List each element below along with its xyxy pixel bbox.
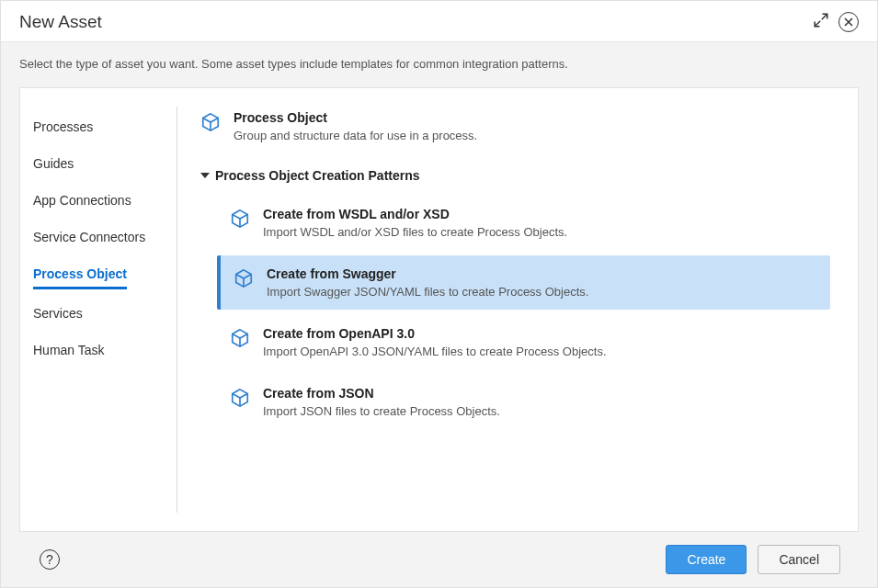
cube-icon bbox=[230, 328, 250, 358]
main-panel: Process Object Group and structure data … bbox=[177, 88, 858, 531]
sidebar: Processes Guides App Connections Service… bbox=[20, 88, 177, 531]
dialog-header: New Asset bbox=[1, 1, 877, 42]
pattern-desc: Import OpenAPI 3.0 JSON/YAML files to cr… bbox=[263, 345, 607, 358]
new-asset-dialog: New Asset Select the type of asset you w… bbox=[0, 0, 878, 588]
close-icon[interactable] bbox=[838, 12, 859, 32]
dialog-footer: ? Create Cancel bbox=[19, 532, 859, 587]
dialog-subheader: Select the type of asset you want. Some … bbox=[1, 42, 877, 87]
cancel-button[interactable]: Cancel bbox=[758, 545, 840, 574]
pattern-text: Create from OpenAPI 3.0 Import OpenAPI 3… bbox=[263, 326, 607, 358]
asset-type-text: Process Object Group and structure data … bbox=[234, 110, 477, 142]
sidebar-item-human-task[interactable]: Human Task bbox=[33, 332, 105, 368]
pattern-list: Create from WSDL and/or XSD Import WSDL … bbox=[200, 196, 830, 429]
caret-down-icon bbox=[200, 173, 210, 178]
pattern-text: Create from WSDL and/or XSD Import WSDL … bbox=[263, 207, 567, 239]
sidebar-item-guides[interactable]: Guides bbox=[33, 145, 74, 182]
pattern-swagger[interactable]: Create from Swagger Import Swagger JSON/… bbox=[217, 255, 830, 310]
cube-icon bbox=[230, 388, 250, 418]
pattern-wsdl-xsd[interactable]: Create from WSDL and/or XSD Import WSDL … bbox=[221, 196, 830, 250]
sidebar-item-process-object[interactable]: Process Object bbox=[33, 255, 127, 289]
header-controls bbox=[813, 12, 859, 32]
dialog-body: Processes Guides App Connections Service… bbox=[19, 87, 859, 532]
pattern-desc: Import Swagger JSON/YAML files to create… bbox=[267, 285, 588, 299]
sidebar-item-services[interactable]: Services bbox=[33, 295, 83, 332]
pattern-text: Create from Swagger Import Swagger JSON/… bbox=[267, 266, 588, 299]
expand-icon[interactable] bbox=[813, 12, 829, 32]
pattern-title: Create from OpenAPI 3.0 bbox=[263, 326, 607, 341]
sidebar-item-app-connections[interactable]: App Connections bbox=[33, 182, 131, 219]
cube-icon bbox=[230, 209, 250, 239]
patterns-section-label: Process Object Creation Patterns bbox=[215, 168, 420, 183]
footer-buttons: Create Cancel bbox=[666, 545, 840, 574]
cube-icon bbox=[200, 112, 221, 142]
pattern-text: Create from JSON Import JSON files to cr… bbox=[263, 386, 500, 418]
pattern-desc: Import WSDL and/or XSD files to create P… bbox=[263, 225, 567, 239]
pattern-json[interactable]: Create from JSON Import JSON files to cr… bbox=[221, 375, 830, 429]
pattern-title: Create from JSON bbox=[263, 386, 500, 401]
cube-icon bbox=[234, 268, 254, 299]
sidebar-item-processes[interactable]: Processes bbox=[33, 108, 93, 145]
sidebar-item-service-connectors[interactable]: Service Connectors bbox=[33, 219, 145, 255]
asset-type-title: Process Object bbox=[234, 110, 477, 125]
patterns-section-header[interactable]: Process Object Creation Patterns bbox=[200, 168, 830, 183]
pattern-title: Create from Swagger bbox=[267, 266, 588, 281]
dialog-title: New Asset bbox=[19, 12, 102, 32]
create-button[interactable]: Create bbox=[666, 545, 747, 574]
pattern-title: Create from WSDL and/or XSD bbox=[263, 207, 567, 221]
pattern-desc: Import JSON files to create Process Obje… bbox=[263, 404, 500, 418]
asset-type-header: Process Object Group and structure data … bbox=[200, 107, 830, 157]
dialog-body-wrap: Processes Guides App Connections Service… bbox=[1, 87, 877, 587]
pattern-openapi[interactable]: Create from OpenAPI 3.0 Import OpenAPI 3… bbox=[221, 315, 830, 369]
asset-type-desc: Group and structure data for use in a pr… bbox=[234, 129, 477, 142]
help-icon[interactable]: ? bbox=[40, 549, 60, 570]
